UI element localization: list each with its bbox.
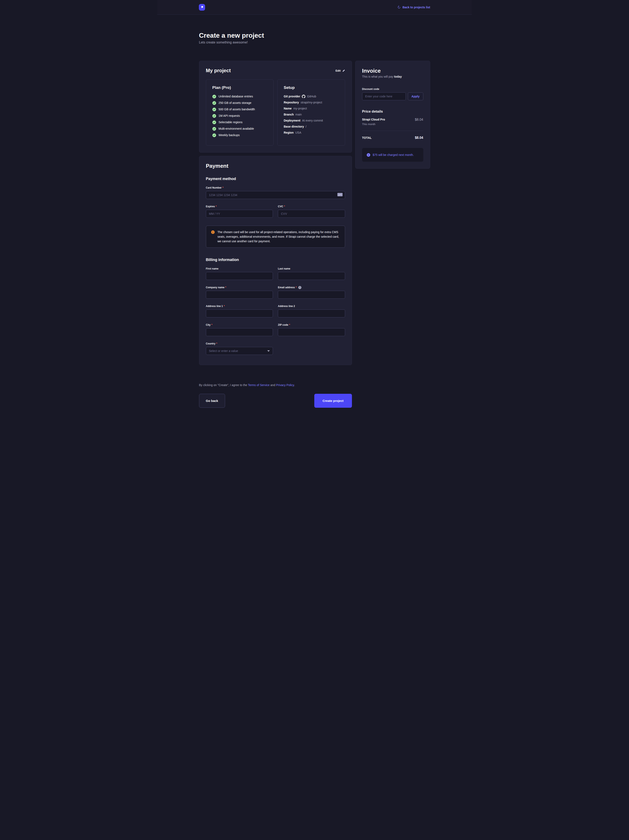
- expires-input[interactable]: [206, 210, 273, 218]
- cvc-label: CVC: [278, 205, 283, 208]
- discount-code-input[interactable]: [362, 92, 406, 100]
- terms-agreement-text: By clicking on "Create", I agree to the …: [199, 384, 430, 387]
- line-item-amount: $8.04: [415, 118, 423, 122]
- invoice-title: Invoice: [362, 68, 423, 74]
- plan-feature: 250 GB of assets storage: [212, 101, 267, 105]
- setup-value: GitHub: [307, 95, 316, 98]
- required-asterisk: *: [296, 286, 296, 289]
- total-label: TOTAL: [362, 136, 372, 139]
- email-info-icon[interactable]: [298, 286, 301, 289]
- apply-discount-button[interactable]: Apply: [408, 92, 423, 100]
- create-project-button[interactable]: Create project: [314, 394, 352, 408]
- page-subtitle: Lets create something awesome!: [199, 40, 430, 45]
- company-name-label: Company name: [206, 286, 224, 289]
- zip-code-input[interactable]: [278, 328, 345, 336]
- invoice-subtitle-prefix: This is what you will pay: [362, 75, 394, 78]
- setup-value: /: [306, 125, 306, 129]
- address-line-2-label: Address line 2: [278, 305, 295, 308]
- plan-feature-label: 250 GB of assets storage: [219, 101, 251, 105]
- plan-title: Plan (Pro): [212, 85, 267, 90]
- zip-code-field-group: ZIP code*: [278, 323, 345, 336]
- terms-of-service-link[interactable]: Terms of Service: [248, 384, 270, 387]
- setup-label: Name: [284, 107, 292, 111]
- required-asterisk: *: [211, 323, 212, 327]
- address-line-1-input[interactable]: [206, 309, 273, 317]
- check-icon: [212, 101, 216, 105]
- plan-summary-box: Plan (Pro) Unlimited database entries 25…: [206, 79, 274, 146]
- invoice-total-row: TOTAL $8.04: [362, 136, 423, 140]
- required-asterisk: *: [224, 305, 225, 308]
- setup-value: my-project: [293, 107, 307, 111]
- setup-summary-box: Setup Git provider GitHub Repository str…: [277, 79, 345, 146]
- plan-feature: Multi-environment available: [212, 127, 267, 131]
- setup-value: strapi/my-project: [301, 101, 322, 104]
- invoice-divider: [362, 131, 423, 131]
- address-line-2-field-group: Address line 2: [278, 305, 345, 317]
- cvc-input[interactable]: [278, 210, 345, 218]
- required-asterisk: *: [289, 323, 290, 327]
- city-input[interactable]: [206, 328, 273, 336]
- email-input[interactable]: [278, 291, 345, 298]
- first-name-input[interactable]: [206, 272, 273, 280]
- address-line-1-label: Address line 1: [206, 305, 223, 308]
- payment-method-title: Payment method: [206, 177, 345, 181]
- back-link-label: Back to projects list: [402, 6, 430, 9]
- check-icon: [212, 120, 216, 124]
- top-nav-bar: Back to projects list: [157, 0, 472, 14]
- strapi-logo-glyph: [200, 5, 204, 9]
- agreement-prefix: By clicking on "Create", I agree to the: [199, 384, 248, 387]
- card-usage-notice: The chosen card will be used for all pro…: [206, 226, 345, 248]
- plan-feature: Selectable regions: [212, 120, 267, 124]
- next-month-charge-text: $75 will be charged next month.: [373, 153, 414, 157]
- email-label: Email address: [278, 286, 295, 289]
- setup-label: Region: [284, 131, 293, 135]
- setup-label: Branch: [284, 113, 294, 117]
- setup-row-branch: Branch main: [284, 113, 339, 117]
- required-asterisk: *: [222, 186, 224, 189]
- setup-row-deployment: Deployment At every commit: [284, 118, 339, 123]
- pencil-icon: [342, 69, 345, 72]
- setup-label: Deployment: [284, 118, 300, 123]
- credit-card-icon: [337, 193, 342, 197]
- country-select[interactable]: Select or enter a value: [206, 347, 273, 355]
- setup-label: Base directory: [284, 125, 304, 129]
- expires-label: Expires: [206, 205, 215, 208]
- edit-button-label: Edit: [336, 69, 341, 72]
- required-asterisk: *: [284, 205, 285, 208]
- info-circle-icon: [367, 153, 370, 157]
- back-arrow-icon: [397, 6, 400, 9]
- invoice-line-item: Strapi Cloud Pro $8.04: [362, 118, 423, 122]
- plan-feature-label: Multi-environment available: [219, 127, 254, 131]
- address-line-2-input[interactable]: [278, 309, 345, 317]
- go-back-button[interactable]: Go back: [199, 394, 225, 408]
- setup-row-repository: Repository strapi/my-project: [284, 101, 339, 104]
- plan-feature-label: Selectable regions: [219, 120, 243, 124]
- check-icon: [212, 127, 216, 131]
- last-name-field-group: Last name: [278, 267, 345, 280]
- last-name-input[interactable]: [278, 272, 345, 280]
- card-number-field-group: Card Number*: [206, 186, 345, 199]
- address-line-1-field-group: Address line 1*: [206, 305, 273, 317]
- check-icon: [212, 133, 216, 137]
- company-name-input[interactable]: [206, 291, 273, 298]
- line-item-period: This month: [362, 123, 423, 126]
- city-field-group: City*: [206, 323, 273, 336]
- privacy-policy-link[interactable]: Privacy Policy: [276, 384, 294, 387]
- country-label: Country: [206, 342, 216, 345]
- total-amount: $8.04: [415, 136, 423, 140]
- payment-title: Payment: [206, 163, 345, 169]
- plan-feature: 500 GB of assets bandwidth: [212, 107, 267, 111]
- plan-feature-label: Unlimited database entries: [219, 95, 253, 98]
- check-icon: [212, 107, 216, 111]
- card-number-input[interactable]: [206, 191, 345, 199]
- edit-project-button[interactable]: Edit: [336, 69, 345, 72]
- country-field-group: Country* Select or enter a value: [206, 342, 273, 355]
- page-header: Create a new project Lets create somethi…: [199, 31, 430, 45]
- back-to-projects-link[interactable]: Back to projects list: [397, 6, 430, 9]
- warning-icon: [211, 231, 214, 234]
- expires-field-group: Expires*: [206, 205, 273, 218]
- line-item-name: Strapi Cloud Pro: [362, 118, 385, 121]
- setup-row-region: Region USA: [284, 131, 339, 135]
- strapi-logo[interactable]: [199, 4, 205, 11]
- github-icon: [302, 95, 305, 98]
